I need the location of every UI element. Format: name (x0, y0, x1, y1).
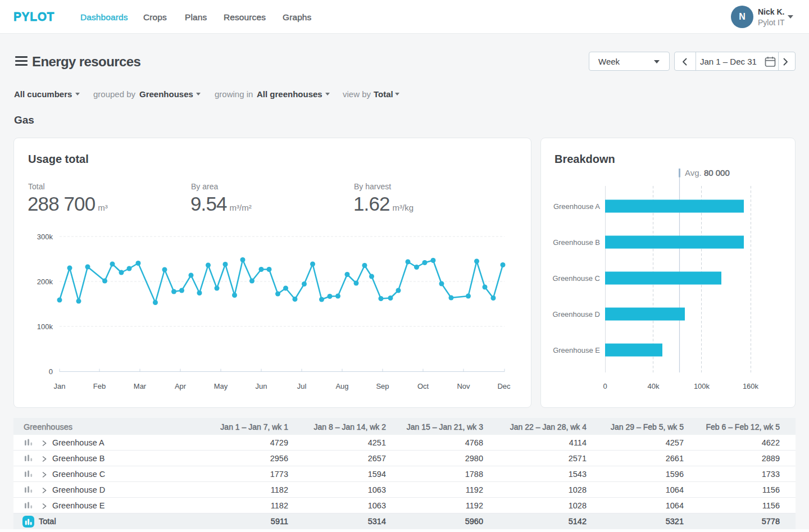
svg-text:Greenhouse D: Greenhouse D (552, 310, 600, 319)
svg-text:Greenhouse B: Greenhouse B (553, 238, 600, 247)
svg-text:Dec: Dec (497, 382, 511, 390)
svg-text:100k: 100k (37, 322, 53, 331)
svg-text:160k: 160k (743, 382, 759, 390)
svg-text:40k: 40k (648, 382, 660, 390)
svg-text:Nov: Nov (457, 382, 470, 390)
svg-text:Jun: Jun (256, 382, 267, 390)
svg-text:0: 0 (49, 367, 53, 376)
svg-text:Greenhouse E: Greenhouse E (553, 346, 600, 354)
svg-text:Apr: Apr (175, 382, 187, 390)
svg-text:Jul: Jul (297, 382, 307, 390)
svg-text:Mar: Mar (134, 382, 147, 390)
svg-text:Oct: Oct (417, 382, 429, 390)
svg-text:Greenhouse A: Greenhouse A (553, 202, 600, 211)
svg-text:Avg. 80 000: Avg. 80 000 (685, 168, 730, 178)
svg-text:May: May (214, 382, 228, 390)
svg-text:200k: 200k (37, 278, 53, 286)
svg-text:Jan: Jan (54, 382, 66, 390)
svg-text:Feb: Feb (93, 382, 106, 390)
svg-text:0: 0 (603, 382, 607, 390)
svg-text:Sep: Sep (376, 382, 389, 390)
svg-text:100k: 100k (694, 382, 710, 390)
svg-text:Aug: Aug (335, 382, 348, 390)
svg-text:Greenhouse C: Greenhouse C (552, 274, 600, 283)
svg-text:300k: 300k (37, 233, 53, 241)
